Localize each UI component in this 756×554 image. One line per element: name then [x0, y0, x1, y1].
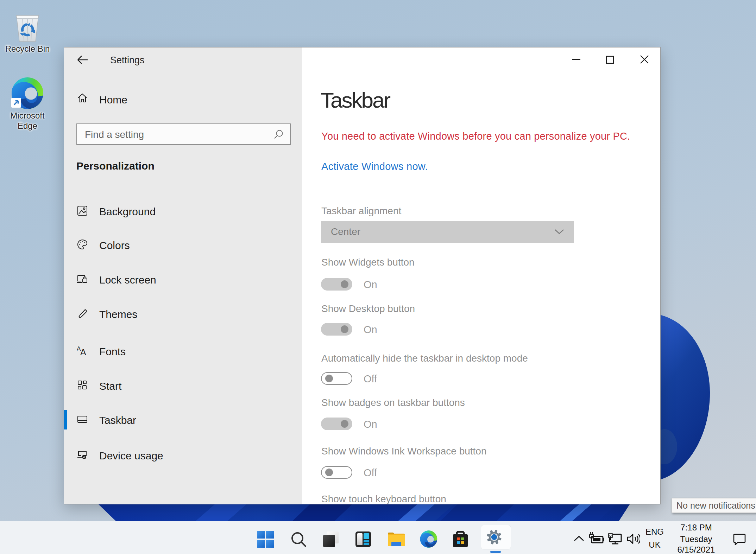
- svg-text:A: A: [80, 347, 86, 356]
